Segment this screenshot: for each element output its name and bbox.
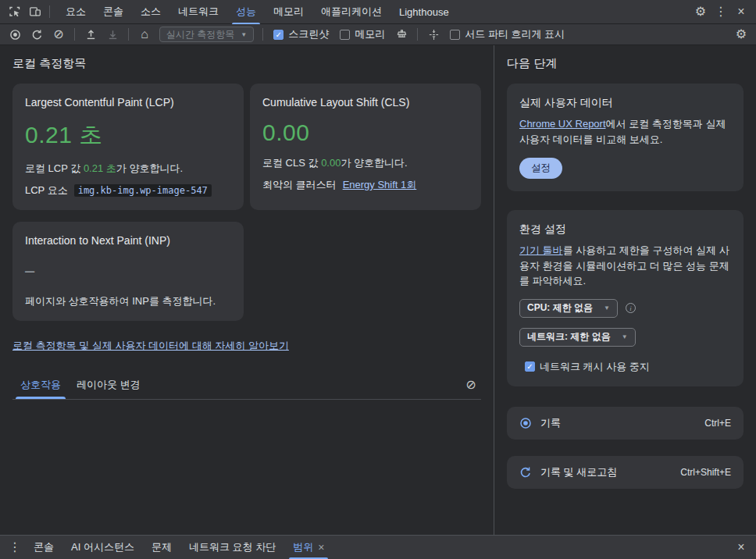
record-reload-icon[interactable] [27,25,47,44]
environment-title: 환경 설정 [519,223,731,237]
history-dropdown-value: 실시간 측정항목 [166,28,234,41]
record-icon [519,417,532,429]
cpu-throttle-select[interactable]: CPU: 제한 없음 ▼ [519,299,618,318]
cls-description: 로컬 CLS 값 0.00가 양호합니다. [262,155,469,171]
local-metrics-section: 로컬 측정항목 Largest Contentful Paint (LCP) 0… [0,45,494,535]
log-tabs: 상호작용 레이아웃 변경 ⊘ [12,373,481,400]
memory-checkbox-label: 메모리 [355,27,385,41]
compress-icon[interactable] [423,25,444,44]
record-icon[interactable] [5,25,25,44]
tab-lighthouse[interactable]: Lighthouse [390,0,458,24]
lcp-element-row: LCP 요소 img.kb-img.wp-image-547 [25,183,231,198]
chevron-down-icon: ▼ [622,333,628,340]
inp-description: 페이지와 상호작용하여 INP를 측정합니다. [25,294,231,309]
record-and-reload-button[interactable]: 기록 및 새로고침 Ctrl+Shift+E [507,456,744,489]
toolbar-divider [49,5,50,18]
performance-panel-body: 로컬 측정항목 Largest Contentful Paint (LCP) 0… [0,45,756,535]
cpu-throttle-value: CPU: 제한 없음 [527,301,593,315]
tab-performance[interactable]: 성능 [227,0,265,24]
network-throttle-value: 네트워크: 제한 없음 [527,330,611,344]
network-throttle-select[interactable]: 네트워크: 제한 없음 ▼ [519,328,636,347]
checkbox-checked-icon[interactable]: ✓ [525,361,535,372]
panel-tabs: 요소 콘솔 소스 네트워크 성능 메모리 애플리케이션 Lighthouse [57,0,458,24]
load-profile-icon[interactable] [80,25,101,44]
tab-memory[interactable]: 메모리 [265,0,312,24]
record-label: 기록 [540,416,561,430]
tab-sources[interactable]: 소스 [132,0,169,24]
inp-card: Interaction to Next Paint (INP) – 페이지와 상… [12,222,244,322]
panel-settings-gear-icon[interactable]: ⚙ [731,25,751,44]
settings-gear-icon[interactable]: ⚙ [690,2,711,21]
tab-console[interactable]: 콘솔 [94,0,132,24]
lcp-element-label: LCP 요소 [25,183,68,198]
record-button[interactable]: 기록 Ctrl+E [507,407,744,440]
configure-button[interactable]: 설정 [519,158,562,179]
close-drawer-icon[interactable]: × [731,538,751,557]
drawer-tab-issues[interactable]: 문제 [143,536,180,559]
lcp-desc-value: 0.21 초 [84,162,116,174]
device-toolbar-icon[interactable] [25,2,45,21]
checkbox-unchecked-icon[interactable] [340,30,350,40]
chevron-down-icon: ▼ [241,31,247,38]
cls-cluster-row: 최악의 클러스터 Energy Shift 1회 [262,178,469,192]
learn-more-link[interactable]: 로컬 측정항목 및 실제 사용자 데이터에 대해 자세히 알아보기 [12,340,289,351]
next-steps-sidebar: 다음 단계 실제 사용자 데이터 Chrome UX Report에서 로컬 측… [494,45,756,535]
drawer-tab-coverage[interactable]: 범위 × [284,536,333,559]
tab-layout-shifts[interactable]: 레이아웃 변경 [69,373,148,399]
field-data-card: 실제 사용자 데이터 Chrome UX Report에서 로컬 측정항목과 실… [507,84,744,191]
field-data-body: Chrome UX Report에서 로컬 측정항목과 실제 사용자 데이터를 … [519,116,731,147]
next-steps-title: 다음 단계 [507,56,744,71]
learn-more-row: 로컬 측정항목 및 실제 사용자 데이터에 대해 자세히 알아보기 [12,339,481,353]
drawer-tab-network-blocking[interactable]: 네트워크 요청 차단 [180,536,284,559]
cls-desc-prefix: 로컬 CLS 값 [262,157,321,169]
tab-application[interactable]: 애플리케이션 [312,0,390,24]
inp-title: Interaction to Next Paint (INP) [25,234,231,247]
kebab-menu-icon[interactable]: ⋮ [711,2,731,21]
clear-log-icon[interactable]: ⊘ [461,376,481,394]
tab-interactions[interactable]: 상호작용 [12,373,69,399]
screenshot-checkbox[interactable]: ✓ 스크린샷 [269,27,333,41]
metric-cards: Largest Contentful Paint (LCP) 0.21 초 로컬… [12,84,481,321]
close-devtools-icon[interactable]: × [731,2,751,21]
crux-report-link[interactable]: Chrome UX Report [519,118,606,130]
checkbox-checked-icon[interactable]: ✓ [273,30,284,40]
tab-elements[interactable]: 요소 [57,0,94,24]
inspect-element-icon[interactable] [5,2,25,21]
third-party-checkbox[interactable]: 서드 파티 흐리게 표시 [445,27,569,41]
record-reload-label: 기록 및 새로고침 [540,465,617,479]
third-party-checkbox-label: 서드 파티 흐리게 표시 [465,27,565,41]
lcp-description: 로컬 LCP 값 0.21 초가 양호합니다. [25,161,231,176]
collect-garbage-icon[interactable] [391,25,412,44]
drawer-tab-console[interactable]: 콘솔 [25,536,62,559]
field-data-title: 실제 사용자 데이터 [519,96,731,110]
memory-checkbox[interactable]: 메모리 [335,27,390,41]
cls-card: Cumulative Layout Shift (CLS) 0.00 로컬 CL… [250,84,481,210]
home-live-metrics-icon[interactable]: ⌂ [134,25,155,44]
toolbar-divider [417,28,418,41]
drawer-tab-ai-assistance[interactable]: AI 어시스턴스 [62,536,143,559]
toolbar-divider [262,28,263,41]
cls-desc-value: 0.00 [321,157,341,169]
record-reload-icon [519,466,532,479]
clear-icon[interactable]: ⊘ [48,25,69,44]
record-shortcut: Ctrl+E [704,418,731,429]
inp-value: – [25,261,231,281]
close-tab-icon[interactable]: × [318,541,324,554]
chevron-down-icon: ▼ [604,304,610,312]
lcp-value: 0.21 초 [25,119,231,151]
cls-desc-suffix: 가 양호합니다. [341,157,407,169]
performance-toolbar: ⊘ ⌂ 실시간 측정항목 ▼ ✓ 스크린샷 메모리 [0,24,756,45]
checkbox-unchecked-icon[interactable] [450,30,460,40]
device-toolbar-link[interactable]: 기기 툴바 [519,244,563,256]
log-empty-area [12,400,481,524]
lcp-element-link[interactable]: img.kb-img.wp-image-547 [74,184,212,197]
drawer-menu-icon[interactable]: ⋮ [5,538,25,557]
network-throttle-row: 네트워크: 제한 없음 ▼ [519,328,731,347]
cls-cluster-link[interactable]: Energy Shift 1회 [343,178,417,192]
disable-cache-checkbox[interactable]: ✓ 네트워크 캐시 사용 중지 [519,360,731,374]
tab-network[interactable]: 네트워크 [169,0,227,24]
history-dropdown: 실시간 측정항목 ▼ [159,27,254,42]
info-icon[interactable]: i [626,303,636,313]
toolbar-divider [128,28,129,41]
environment-card: 환경 설정 기기 툴바를 사용하고 제한을 구성하여 실제 사용자 환경을 시뮬… [507,210,744,386]
